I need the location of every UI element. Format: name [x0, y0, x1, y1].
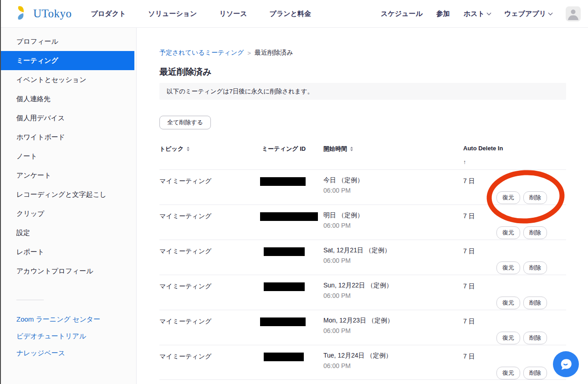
restore-button[interactable]: 復元	[496, 332, 520, 344]
row-actions: 復元 削除	[496, 226, 547, 239]
sort-ascending-arrow-icon: ↑	[463, 159, 466, 165]
row-actions: 復元 削除	[496, 367, 547, 379]
breadcrumb-current: 最近削除済み	[255, 49, 293, 57]
nav-products[interactable]: プロダクト	[91, 10, 126, 18]
link-knowledge-base[interactable]: ナレッジベース	[0, 345, 136, 362]
table-row: マイミーティング Sun, 12月22日 （定例） 06:00 PM 7 日 復…	[159, 275, 566, 310]
sidebar-item-notes[interactable]: ノート	[0, 147, 136, 166]
sidebar-item-reports[interactable]: レポート	[0, 242, 136, 261]
restore-button[interactable]: 復元	[496, 226, 520, 239]
sidebar-navigation: プロフィール ミーティング イベントとセッション 個人連絡先 個人用デバイス ホ…	[0, 28, 137, 384]
meeting-date: 今日 （定例）	[323, 176, 363, 184]
restore-button[interactable]: 復元	[496, 191, 520, 204]
meeting-time: 06:00 PM	[323, 257, 351, 264]
auto-delete-value: 7 日	[463, 247, 475, 256]
column-header-start-time-label: 開始時間	[323, 145, 347, 153]
ginkgo-leaf-icon	[15, 5, 31, 23]
nav-schedule[interactable]: スケジュール	[381, 10, 423, 18]
chevron-down-icon	[486, 10, 491, 15]
meeting-id-redaction	[264, 282, 305, 291]
link-video-tutorials[interactable]: ビデオチュートリアル	[0, 328, 136, 345]
breadcrumb-upcoming-meetings-link[interactable]: 予定されているミーティング	[159, 49, 244, 57]
delete-button[interactable]: 削除	[523, 191, 547, 204]
primary-nav: プロダクト ソリューション リソース プランと料金	[91, 10, 311, 18]
column-header-meeting-id-label: ミーティング ID	[262, 145, 306, 153]
nav-join[interactable]: 参加	[436, 10, 450, 18]
meeting-id-redaction	[264, 353, 304, 361]
auto-delete-value: 7 日	[463, 212, 475, 220]
meeting-topic: マイミーティング	[159, 212, 211, 220]
delete-button[interactable]: 削除	[523, 367, 547, 379]
sidebar-item-profile[interactable]: プロフィール	[0, 32, 136, 51]
sidebar-item-personal-devices[interactable]: 個人用デバイス	[0, 108, 136, 128]
nav-plans-pricing[interactable]: プランと料金	[270, 10, 311, 18]
column-header-topic[interactable]: トピック	[159, 145, 189, 153]
table-row: マイミーティング 明日 （定例） 06:00 PM 7 日 復元 削除	[159, 205, 566, 240]
top-navigation-bar: UTokyo プロダクト ソリューション リソース プランと料金 スケジュール …	[0, 0, 588, 28]
sidebar-item-meetings[interactable]: ミーティング	[0, 51, 134, 70]
table-row: マイミーティング Mon, 12月23日 （定例） 06:00 PM 7 日 復…	[159, 310, 566, 345]
meeting-date: 明日 （定例）	[323, 211, 363, 220]
person-icon	[566, 6, 581, 21]
meeting-topic: マイミーティング	[159, 353, 211, 361]
meeting-id-redaction	[260, 212, 318, 221]
nav-host-dropdown[interactable]: ホスト	[464, 10, 491, 18]
account-nav: スケジュール 参加 ホスト ウェブアプリ	[381, 6, 581, 21]
sidebar-item-account-profile[interactable]: アカウントプロフィール	[0, 261, 136, 281]
sidebar-item-whiteboard[interactable]: ホワイトボード	[0, 128, 136, 147]
delete-button[interactable]: 削除	[523, 226, 547, 239]
delete-button[interactable]: 削除	[523, 261, 547, 274]
meeting-time: 06:00 PM	[323, 222, 351, 229]
auto-delete-value: 7 日	[463, 317, 475, 326]
link-zoom-learning-center[interactable]: Zoom ラーニング センター	[0, 311, 136, 328]
table-row: マイミーティング Sat, 12月21日 （定例） 06:00 PM 7 日 復…	[159, 240, 566, 275]
column-header-start-time[interactable]: 開始時間	[323, 145, 353, 153]
meeting-time: 06:00 PM	[323, 362, 351, 369]
meeting-time: 06:00 PM	[323, 327, 351, 334]
sort-icon	[187, 147, 189, 151]
column-header-auto-delete-label: Auto Delete In	[463, 145, 503, 152]
support-chat-button[interactable]	[553, 351, 579, 377]
sidebar-item-personal-contacts[interactable]: 個人連絡先	[0, 89, 136, 108]
table-row: マイミーティング Tue, 12月24日 （定例） 06:00 PM 7 日 復…	[159, 345, 566, 380]
meeting-topic: マイミーティング	[159, 247, 211, 256]
breadcrumb-separator: >	[247, 50, 251, 56]
delete-button[interactable]: 削除	[523, 332, 547, 344]
nav-resources[interactable]: リソース	[219, 10, 247, 18]
chevron-down-icon	[548, 10, 553, 15]
meeting-date: Sat, 12月21日 （定例）	[323, 246, 391, 255]
nav-webapp-label: ウェブアプリ	[504, 10, 546, 18]
sort-icon	[350, 147, 353, 151]
logo-text: UTokyo	[33, 7, 72, 20]
utokyo-logo[interactable]: UTokyo	[15, 5, 72, 23]
nav-webapp-dropdown[interactable]: ウェブアプリ	[504, 10, 552, 18]
meeting-date: Tue, 12月24日 （定例）	[323, 352, 392, 360]
restore-button[interactable]: 復元	[496, 261, 520, 274]
row-actions: 復元 削除	[496, 191, 547, 204]
delete-button[interactable]: 削除	[523, 297, 547, 309]
delete-all-button[interactable]: 全て削除する	[159, 116, 211, 129]
restore-button[interactable]: 復元	[496, 367, 520, 379]
auto-delete-value: 7 日	[463, 282, 475, 291]
auto-delete-value: 7 日	[463, 353, 475, 361]
deleted-meetings-table: マイミーティング 今日 （定例） 06:00 PM 7 日 復元 削除 マイミー…	[159, 169, 566, 380]
sidebar-item-surveys[interactable]: アンケート	[0, 166, 136, 185]
sidebar-item-settings[interactable]: 設定	[0, 223, 136, 242]
row-actions: 復元 削除	[496, 297, 547, 309]
sidebar-item-recordings-transcripts[interactable]: レコーディングと文字起こし	[0, 185, 136, 204]
column-header-auto-delete-in[interactable]: Auto Delete In	[463, 145, 503, 152]
meeting-id-redaction	[260, 317, 306, 326]
chat-bubble-icon	[559, 358, 573, 371]
sidebar-item-clips[interactable]: クリップ	[0, 204, 136, 223]
sidebar-item-events-sessions[interactable]: イベントとセッション	[0, 70, 136, 89]
column-header-meeting-id: ミーティング ID	[262, 145, 306, 153]
main-content: 予定されているミーティング > 最近削除済み 最近削除済み 以下のミーティングは…	[137, 28, 588, 384]
nav-solutions[interactable]: ソリューション	[148, 10, 197, 18]
window-left-edge	[0, 0, 1, 384]
auto-delete-notice: 以下のミーティングは7日後に永久に削除されます。	[159, 83, 566, 100]
meeting-id-redaction	[264, 247, 305, 256]
user-avatar[interactable]	[566, 6, 581, 21]
meeting-time: 06:00 PM	[323, 292, 351, 299]
restore-button[interactable]: 復元	[496, 297, 520, 309]
meeting-id-redaction	[260, 177, 306, 186]
